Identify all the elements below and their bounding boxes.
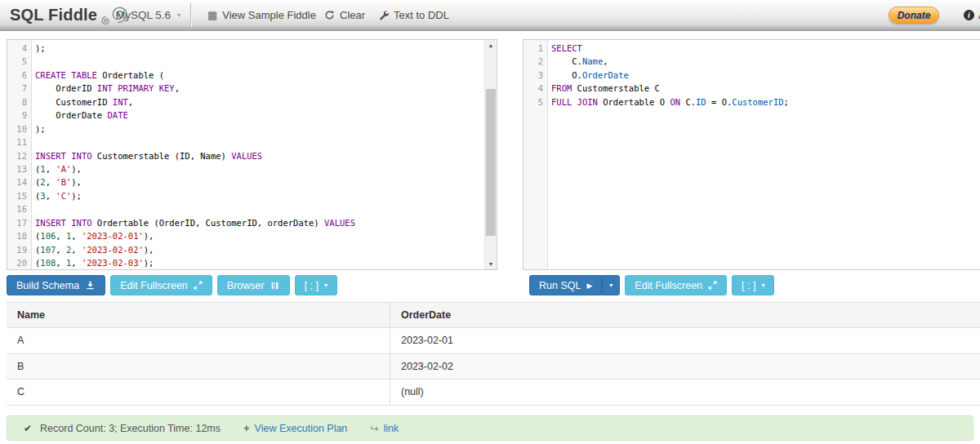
code-text: SELECT <box>543 42 582 55</box>
code-line[interactable]: 4); <box>7 42 484 55</box>
schema-editor-scrollbar[interactable]: ▲ ▼ <box>484 40 497 269</box>
view-execution-plan-label: View Execution Plan <box>255 423 348 434</box>
code-text: (1, 'A'), <box>27 162 82 175</box>
line-number: 6 <box>7 69 27 82</box>
table-row: B2023-02-02 <box>7 354 980 380</box>
download-icon <box>85 280 96 291</box>
code-line[interactable]: 13(1, 'A'), <box>7 162 484 175</box>
check-icon: ✔ <box>24 423 32 434</box>
code-line[interactable]: 2 C.Name, <box>523 55 980 68</box>
scroll-down-button[interactable]: ▼ <box>485 259 497 269</box>
code-line[interactable]: 14(2, 'B'), <box>7 175 484 189</box>
code-line[interactable]: 5FULL JOIN Ordertable O ON C.ID = O.Cust… <box>523 95 980 109</box>
table-body: A2023-02-01B2023-02-02C(null) <box>7 328 980 406</box>
table-cell: C <box>7 380 390 405</box>
app-logo[interactable]: SQL Fiddle <box>10 0 128 30</box>
edit-fullscreen-label: Edit Fullscreen <box>635 280 702 291</box>
schema-semicolon-dropdown[interactable]: [ ; ] ▾ <box>295 275 337 295</box>
view-execution-plan-link[interactable]: + View Execution Plan <box>243 422 347 434</box>
code-text: (107, 2, '2023-02-02'), <box>27 243 154 256</box>
line-number: 1 <box>523 42 543 55</box>
line-number: 16 <box>7 202 27 215</box>
table-row: A2023-02-01 <box>7 328 980 354</box>
line-number: 9 <box>7 109 27 122</box>
code-line[interactable]: 8 CustomerID INT, <box>7 95 484 109</box>
code-text: (3, 'C'); <box>27 189 82 202</box>
line-number: 20 <box>7 256 27 269</box>
about-link[interactable]: i A <box>964 0 980 30</box>
code-text: O.OrderDate <box>543 69 629 82</box>
semicolon-label: [ ; ] <box>305 280 318 291</box>
query-code: 1SELECT2 C.Name,3 O.OrderDate4FROM Custo… <box>523 42 980 109</box>
code-text <box>27 55 35 68</box>
grid-table-icon: ▦ <box>207 10 217 20</box>
code-line[interactable]: 18(106, 1, '2023-02-01'), <box>7 229 484 242</box>
code-line[interactable]: 20(108, 1, '2023-02-03'); <box>7 256 484 269</box>
clear-label: Clear <box>340 9 365 21</box>
query-edit-fullscreen-button[interactable]: Edit Fullscreen <box>625 275 727 295</box>
permalink-link[interactable]: ↪ link <box>370 423 399 434</box>
line-number: 10 <box>7 122 27 135</box>
code-text: OrderID INT PRIMARY KEY, <box>27 82 180 95</box>
database-selector[interactable]: MySQL 5.6 ▾ <box>116 0 180 30</box>
line-number: 19 <box>7 243 27 256</box>
donate-button[interactable]: Donate <box>889 7 939 24</box>
browser-button[interactable]: Browser <box>217 275 290 295</box>
code-line[interactable]: 11 <box>7 135 484 149</box>
code-line[interactable]: 19(107, 2, '2023-02-02'), <box>7 243 484 256</box>
code-line[interactable]: 16 <box>7 202 484 215</box>
semicolon-label: [ ; ] <box>742 280 755 291</box>
view-sample-fiddle-button[interactable]: ▦ View Sample Fiddle <box>207 0 316 30</box>
info-icon: i <box>964 10 974 20</box>
code-text: CREATE TABLE Ordertable ( <box>27 69 164 82</box>
code-line[interactable]: 3 O.OrderDate <box>523 69 980 82</box>
line-number: 17 <box>7 216 27 229</box>
line-number: 5 <box>523 95 543 109</box>
table-header-row: Name OrderDate <box>7 303 980 328</box>
fullscreen-icon <box>708 281 717 290</box>
code-text: (108, 1, '2023-02-03'); <box>27 256 154 269</box>
schema-edit-fullscreen-button[interactable]: Edit Fullscreen <box>110 275 212 295</box>
text-to-ddl-button[interactable]: Text to DDL <box>378 0 449 30</box>
schema-editor[interactable]: 4);56CREATE TABLE Ordertable (7 OrderID … <box>7 39 497 270</box>
code-line[interactable]: 17INSERT INTO Ordertable (OrderID, Custo… <box>7 216 484 229</box>
code-line[interactable]: 10); <box>7 122 484 135</box>
code-line[interactable]: 7 OrderID INT PRIMARY KEY, <box>7 82 484 95</box>
code-line[interactable]: 15(3, 'C'); <box>7 189 484 202</box>
plus-icon: + <box>243 422 250 434</box>
table-cell: 2023-02-01 <box>390 328 980 353</box>
line-number: 7 <box>7 82 27 95</box>
code-text: C.Name, <box>543 55 608 68</box>
run-sql-dropdown[interactable]: ▾ <box>602 275 620 295</box>
code-text: ); <box>27 42 46 55</box>
clear-button[interactable]: Clear <box>324 0 365 30</box>
code-text: INSERT INTO Ordertable (OrderID, Custome… <box>27 216 355 229</box>
code-line[interactable]: 1SELECT <box>523 42 980 55</box>
table-row: C(null) <box>7 380 980 406</box>
column-header-name: Name <box>7 303 390 327</box>
top-toolbar: SQL Fiddle MySQL 5.6 ▾ ▦ View Sample Fid… <box>0 0 980 31</box>
code-text: FROM Customerstable C <box>543 82 660 95</box>
line-number: 12 <box>7 149 27 162</box>
line-number: 15 <box>7 189 27 202</box>
code-line[interactable]: 6CREATE TABLE Ordertable ( <box>7 69 484 82</box>
scroll-up-button[interactable]: ▲ <box>485 40 497 51</box>
fullscreen-icon <box>194 281 203 290</box>
code-line[interactable]: 5 <box>7 55 484 68</box>
line-number: 11 <box>7 135 27 149</box>
text-to-ddl-label: Text to DDL <box>394 9 449 21</box>
wrench-icon <box>378 10 389 20</box>
code-line[interactable]: 4FROM Customerstable C <box>523 82 980 95</box>
code-text: OrderDate DATE <box>27 109 128 122</box>
code-line[interactable]: 9 OrderDate DATE <box>7 109 484 122</box>
build-schema-button[interactable]: Build Schema <box>7 275 105 295</box>
chevron-down-icon: ▾ <box>177 11 180 19</box>
code-text: (2, 'B'), <box>27 175 82 189</box>
run-sql-button[interactable]: Run SQL ▶ <box>529 275 602 295</box>
line-number: 13 <box>7 162 27 175</box>
code-line[interactable]: 12INSERT INTO Customerstable (ID, Name) … <box>7 149 484 162</box>
toolbar-divider <box>190 3 191 27</box>
scrollbar-thumb[interactable] <box>486 89 496 236</box>
query-semicolon-dropdown[interactable]: [ ; ] ▾ <box>732 275 774 295</box>
query-editor[interactable]: 1SELECT2 C.Name,3 O.OrderDate4FROM Custo… <box>523 39 980 270</box>
